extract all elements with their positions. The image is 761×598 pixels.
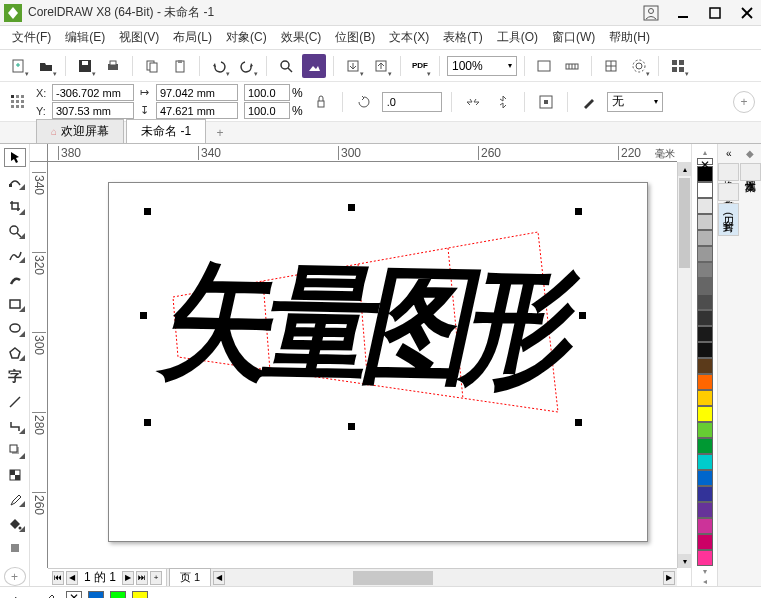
- scale-x-input[interactable]: [244, 84, 290, 101]
- selection-handle[interactable]: [348, 204, 355, 211]
- color-swatch[interactable]: [697, 454, 713, 470]
- swatch-none[interactable]: [66, 591, 82, 599]
- lock-ratio-button[interactable]: [309, 90, 333, 114]
- color-swatch[interactable]: [697, 230, 713, 246]
- freehand-tool[interactable]: [4, 246, 26, 264]
- tab-document[interactable]: 未命名 -1: [126, 119, 206, 143]
- artistic-media-tool[interactable]: [4, 270, 26, 288]
- palette-menu-button[interactable]: ▸: [6, 587, 30, 599]
- selection-handle[interactable]: [348, 423, 355, 430]
- mirror-h-button[interactable]: [461, 90, 485, 114]
- redo-button[interactable]: [235, 54, 259, 78]
- color-swatch[interactable]: [697, 198, 713, 214]
- add-tab-button[interactable]: +: [212, 125, 228, 141]
- color-swatch[interactable]: [697, 374, 713, 390]
- rotation-input[interactable]: [382, 92, 442, 112]
- pick-tool[interactable]: [4, 148, 26, 167]
- envelope-object[interactable]: 矢量图形: [148, 212, 578, 422]
- launch-button[interactable]: [666, 54, 690, 78]
- import-button[interactable]: [341, 54, 365, 78]
- next-page-button[interactable]: ▶: [122, 571, 134, 585]
- smart-fill-tool[interactable]: [4, 539, 26, 557]
- save-button[interactable]: [73, 54, 97, 78]
- rectangle-tool[interactable]: [4, 295, 26, 313]
- color-swatch[interactable]: [697, 534, 713, 550]
- scroll-thumb[interactable]: [679, 178, 690, 268]
- connector-tool[interactable]: [4, 417, 26, 435]
- menu-edit[interactable]: 编辑(E): [59, 27, 111, 48]
- prev-page-button[interactable]: ◀: [66, 571, 78, 585]
- selection-handle[interactable]: [575, 419, 582, 426]
- new-button[interactable]: [6, 54, 30, 78]
- selection-handle[interactable]: [144, 208, 151, 215]
- scale-y-input[interactable]: [244, 102, 290, 119]
- menu-view[interactable]: 视图(V): [113, 27, 165, 48]
- zoom-tool[interactable]: [4, 222, 26, 240]
- last-page-button[interactable]: ⏭: [136, 571, 148, 585]
- color-swatch[interactable]: [697, 310, 713, 326]
- color-swatch[interactable]: [697, 294, 713, 310]
- polygon-tool[interactable]: [4, 344, 26, 362]
- scroll-thumb[interactable]: [353, 571, 433, 585]
- first-page-button[interactable]: ⏮: [52, 571, 64, 585]
- crop-tool[interactable]: [4, 197, 26, 215]
- text-tool[interactable]: 字: [4, 368, 26, 386]
- print-button[interactable]: [101, 54, 125, 78]
- color-swatch[interactable]: [697, 182, 713, 198]
- quick-swatch[interactable]: [110, 591, 126, 599]
- color-swatch[interactable]: [697, 438, 713, 454]
- y-input[interactable]: [52, 102, 134, 119]
- tab-welcome[interactable]: ⌂欢迎屏幕: [36, 119, 124, 143]
- shape-tool[interactable]: [4, 173, 26, 191]
- menu-file[interactable]: 文件(F): [6, 27, 57, 48]
- menu-bitmap[interactable]: 位图(B): [329, 27, 381, 48]
- color-swatch[interactable]: [697, 390, 713, 406]
- color-swatch[interactable]: [697, 502, 713, 518]
- scroll-right-button[interactable]: ▶: [663, 571, 675, 585]
- paste-button[interactable]: [168, 54, 192, 78]
- publish-pdf-button[interactable]: PDF: [408, 54, 432, 78]
- add-page-button[interactable]: +: [150, 571, 162, 585]
- copy-button[interactable]: [140, 54, 164, 78]
- close-button[interactable]: [737, 3, 757, 23]
- menu-table[interactable]: 表格(T): [437, 27, 488, 48]
- color-swatch[interactable]: [697, 518, 713, 534]
- show-rulers-button[interactable]: [560, 54, 584, 78]
- color-swatch[interactable]: [697, 262, 713, 278]
- palette-down-button[interactable]: ▾: [703, 567, 707, 576]
- customize-toolbox-button[interactable]: +: [4, 567, 26, 586]
- selection-handle[interactable]: [579, 312, 586, 319]
- fullscreen-button[interactable]: [532, 54, 556, 78]
- outline-width-combo[interactable]: 无: [607, 92, 663, 112]
- swatch-none[interactable]: [697, 158, 713, 165]
- menu-object[interactable]: 对象(C): [220, 27, 273, 48]
- search-button[interactable]: [274, 54, 298, 78]
- color-swatch[interactable]: [697, 342, 713, 358]
- horizontal-ruler[interactable]: 380 340 300 260 220: [48, 144, 677, 162]
- menu-tools[interactable]: 工具(O): [491, 27, 544, 48]
- open-button[interactable]: [34, 54, 58, 78]
- vertical-scrollbar[interactable]: ▴ ▾: [677, 162, 691, 568]
- docker-envelope[interactable]: 封套(E): [718, 203, 739, 236]
- color-swatch[interactable]: [697, 422, 713, 438]
- parallel-dimension-tool[interactable]: [4, 392, 26, 410]
- docker-text-properties[interactable]: 文本属性: [740, 163, 761, 181]
- color-swatch[interactable]: [697, 470, 713, 486]
- menu-effects[interactable]: 效果(C): [275, 27, 328, 48]
- vertical-ruler[interactable]: 340 320 300 280 260: [30, 162, 48, 568]
- docker-expand-button[interactable]: «: [726, 148, 732, 159]
- page-tab[interactable]: 页 1: [169, 568, 211, 586]
- add-preset-button[interactable]: +: [733, 91, 755, 113]
- wrap-button[interactable]: [534, 90, 558, 114]
- quick-swatch[interactable]: [88, 591, 104, 599]
- drop-shadow-tool[interactable]: [4, 441, 26, 459]
- color-swatch[interactable]: [697, 326, 713, 342]
- height-input[interactable]: [156, 102, 238, 119]
- user-account-icon[interactable]: [641, 3, 661, 23]
- color-swatch[interactable]: [697, 550, 713, 566]
- undo-button[interactable]: [207, 54, 231, 78]
- menu-window[interactable]: 窗口(W): [546, 27, 601, 48]
- horizontal-scrollbar[interactable]: ◀ ▶: [213, 571, 675, 585]
- quick-swatch[interactable]: [132, 591, 148, 599]
- fill-tool[interactable]: [4, 514, 26, 532]
